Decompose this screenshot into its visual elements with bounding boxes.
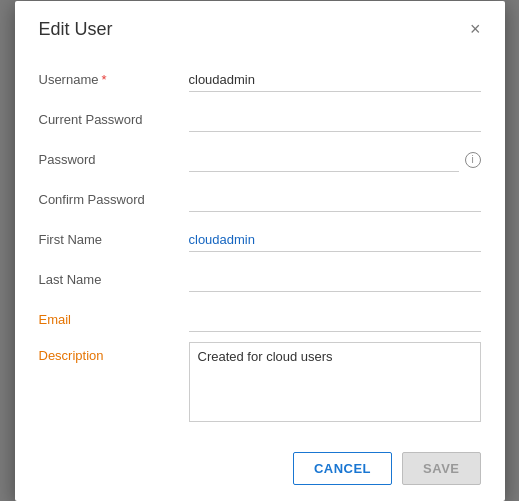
username-input-wrap [189, 68, 481, 92]
first-name-label: First Name [39, 232, 189, 247]
last-name-row: Last Name [39, 262, 481, 298]
description-input-wrap: Created for cloud users [189, 342, 481, 422]
email-input[interactable] [189, 308, 481, 332]
confirm-password-row: Confirm Password [39, 182, 481, 218]
modal-header: Edit User × [15, 1, 505, 52]
email-row: Email [39, 302, 481, 338]
last-name-label: Last Name [39, 272, 189, 287]
username-input[interactable] [189, 68, 481, 92]
password-input[interactable] [189, 148, 459, 172]
modal-title: Edit User [39, 19, 113, 40]
first-name-row: First Name [39, 222, 481, 258]
modal-overlay: Edit User × Username* Current Password P… [0, 0, 519, 501]
password-row: Password i [39, 142, 481, 178]
modal-footer: CANCEL SAVE [15, 436, 505, 501]
description-row: Description Created for cloud users [39, 342, 481, 422]
current-password-input[interactable] [189, 108, 481, 132]
cancel-button[interactable]: CANCEL [293, 452, 392, 485]
first-name-input[interactable] [189, 228, 481, 252]
first-name-input-wrap [189, 228, 481, 252]
current-password-row: Current Password [39, 102, 481, 138]
save-button[interactable]: SAVE [402, 452, 480, 485]
confirm-password-input[interactable] [189, 188, 481, 212]
email-label: Email [39, 312, 189, 327]
last-name-input-wrap [189, 268, 481, 292]
info-icon: i [465, 152, 481, 168]
last-name-input[interactable] [189, 268, 481, 292]
description-label: Description [39, 342, 189, 363]
description-textarea[interactable]: Created for cloud users [189, 342, 481, 422]
current-password-label: Current Password [39, 112, 189, 127]
password-label: Password [39, 152, 189, 167]
email-input-wrap [189, 308, 481, 332]
username-row: Username* [39, 62, 481, 98]
confirm-password-label: Confirm Password [39, 192, 189, 207]
password-input-wrap: i [189, 148, 481, 172]
close-button[interactable]: × [470, 20, 481, 38]
username-label: Username* [39, 72, 189, 87]
confirm-password-input-wrap [189, 188, 481, 212]
current-password-input-wrap [189, 108, 481, 132]
edit-user-modal: Edit User × Username* Current Password P… [15, 1, 505, 501]
modal-body: Username* Current Password Password i [15, 52, 505, 436]
